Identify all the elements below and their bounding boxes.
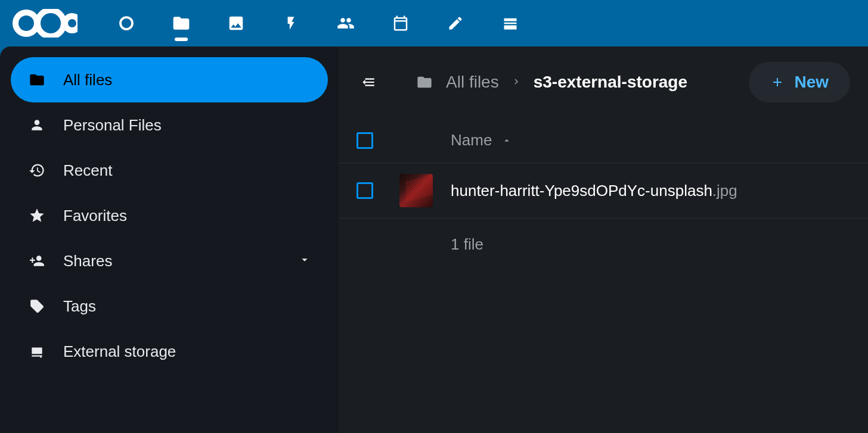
sidebar: All files Personal Files Recent Favorite… (0, 46, 339, 433)
svg-point-1 (38, 10, 64, 36)
sidebar-item-recent[interactable]: Recent (11, 148, 328, 193)
sidebar-item-label: All files (63, 71, 112, 89)
file-thumbnail (399, 174, 433, 207)
sidebar-item-label: Recent (63, 161, 112, 180)
sidebar-item-label: External storage (63, 342, 176, 361)
column-name-header[interactable]: Name (451, 131, 512, 149)
sidebar-item-shares[interactable]: Shares (11, 238, 328, 284)
sidebar-item-label: Tags (63, 297, 96, 316)
folder-icon (27, 70, 46, 89)
new-button[interactable]: New (749, 62, 850, 102)
sidebar-item-tags[interactable]: Tags (11, 284, 328, 329)
sidebar-item-personal-files[interactable]: Personal Files (11, 102, 328, 148)
nextcloud-logo[interactable] (12, 9, 78, 38)
dashboard-icon[interactable] (114, 11, 138, 35)
contacts-icon[interactable] (334, 11, 358, 35)
deck-icon[interactable] (498, 11, 522, 35)
file-name: hunter-harritt-Ype9sdOPdYc-unsplash.jpg (451, 182, 737, 200)
sort-ascending-icon (501, 135, 512, 146)
select-all-checkbox[interactable] (356, 132, 373, 149)
sidebar-item-all-files[interactable]: All files (11, 57, 328, 102)
tag-icon (27, 297, 46, 316)
files-icon[interactable] (169, 11, 193, 35)
file-checkbox[interactable] (356, 182, 373, 199)
chevron-down-icon (298, 252, 311, 270)
photos-icon[interactable] (224, 11, 248, 35)
person-add-icon (27, 251, 46, 270)
breadcrumb: All files s3-external-storage (415, 73, 687, 92)
content-area: All files s3-external-storage New Name (339, 46, 868, 433)
sidebar-item-favorites[interactable]: Favorites (11, 193, 328, 238)
summary-row: 1 file (339, 219, 868, 270)
top-nav-bar (0, 0, 868, 46)
sidebar-item-external-storage[interactable]: External storage (11, 329, 328, 374)
history-icon (27, 161, 46, 180)
calendar-icon[interactable] (389, 11, 413, 35)
external-storage-icon (27, 342, 46, 361)
column-name-label: Name (451, 131, 492, 149)
plus-icon (770, 75, 785, 89)
toggle-sidebar-button[interactable] (356, 70, 380, 94)
sidebar-item-label: Shares (63, 252, 112, 270)
home-folder-icon[interactable] (415, 73, 434, 92)
file-row[interactable]: hunter-harritt-Ype9sdOPdYc-unsplash.jpg (339, 163, 868, 219)
new-button-label: New (794, 73, 829, 92)
notes-icon[interactable] (444, 11, 467, 35)
content-header: All files s3-external-storage New (339, 46, 868, 118)
person-icon (27, 116, 46, 135)
breadcrumb-root[interactable]: All files (446, 73, 499, 92)
svg-point-3 (120, 17, 132, 29)
sidebar-item-label: Personal Files (63, 116, 162, 135)
star-icon (27, 206, 46, 225)
chevron-right-icon (511, 74, 522, 91)
activity-icon[interactable] (279, 11, 303, 35)
svg-point-2 (65, 16, 78, 30)
svg-point-0 (16, 13, 37, 34)
breadcrumb-current: s3-external-storage (534, 73, 687, 92)
table-header: Name (339, 118, 868, 163)
sidebar-item-label: Favorites (63, 207, 127, 225)
